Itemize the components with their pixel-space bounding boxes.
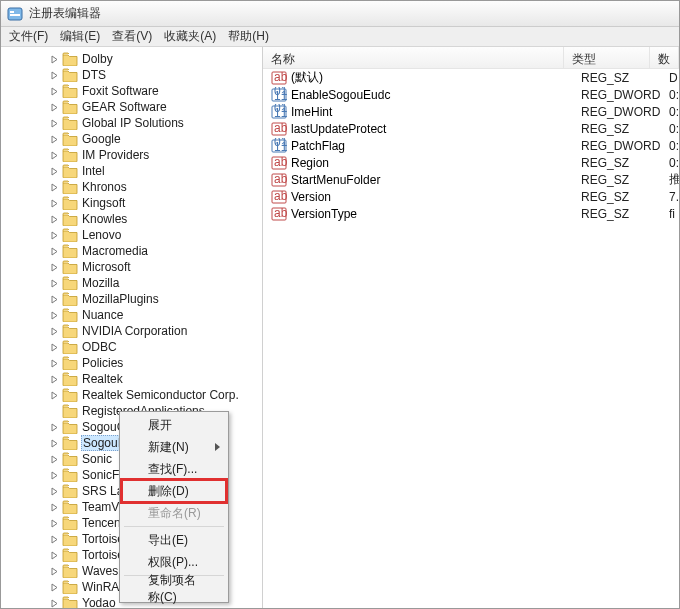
- string-value-icon: ab: [271, 172, 287, 188]
- registry-tree[interactable]: DolbyDTSFoxit SoftwareGEAR SoftwareGloba…: [1, 47, 263, 609]
- value-row[interactable]: abVersionREG_SZ7.: [263, 188, 679, 205]
- expand-icon[interactable]: [49, 294, 60, 305]
- tree-item[interactable]: Knowles: [5, 211, 262, 227]
- expand-icon[interactable]: [49, 374, 60, 385]
- expand-icon[interactable]: [49, 422, 60, 433]
- menu-file[interactable]: 文件(F): [9, 28, 48, 45]
- tree-label: Intel: [82, 164, 105, 178]
- tree-item[interactable]: Google: [5, 131, 262, 147]
- value-row[interactable]: 011110PatchFlagREG_DWORD0:: [263, 137, 679, 154]
- expand-icon[interactable]: [49, 534, 60, 545]
- tree-label: IM Providers: [82, 148, 149, 162]
- expand-icon[interactable]: [49, 118, 60, 129]
- expand-icon[interactable]: [49, 262, 60, 273]
- expand-icon[interactable]: [49, 54, 60, 65]
- folder-icon: [62, 420, 78, 434]
- expand-icon[interactable]: [49, 278, 60, 289]
- value-row[interactable]: abStartMenuFolderREG_SZ推: [263, 171, 679, 188]
- tree-item[interactable]: IM Providers: [5, 147, 262, 163]
- expand-icon[interactable]: [49, 342, 60, 353]
- value-row[interactable]: ablastUpdateProtectREG_SZ0:: [263, 120, 679, 137]
- column-type[interactable]: 类型: [564, 47, 650, 68]
- tree-item[interactable]: Kingsoft: [5, 195, 262, 211]
- tree-label: Macromedia: [82, 244, 148, 258]
- expand-icon[interactable]: [49, 550, 60, 561]
- tree-item[interactable]: Policies: [5, 355, 262, 371]
- expand-icon[interactable]: [49, 102, 60, 113]
- tree-item[interactable]: Intel: [5, 163, 262, 179]
- tree-item[interactable]: Microsoft: [5, 259, 262, 275]
- expand-icon[interactable]: [49, 134, 60, 145]
- tree-item[interactable]: GEAR Software: [5, 99, 262, 115]
- tree-label: Sonic: [82, 452, 112, 466]
- tree-item[interactable]: Realtek Semiconductor Corp.: [5, 387, 262, 403]
- expand-icon[interactable]: [49, 182, 60, 193]
- folder-icon: [62, 116, 78, 130]
- menu-separator: [124, 526, 224, 527]
- expand-icon[interactable]: [49, 326, 60, 337]
- tree-item[interactable]: ODBC: [5, 339, 262, 355]
- value-data: 0:: [661, 156, 679, 170]
- expand-icon[interactable]: [49, 470, 60, 481]
- value-row[interactable]: 011110ImeHintREG_DWORD0:: [263, 103, 679, 120]
- tree-item[interactable]: Mozilla: [5, 275, 262, 291]
- expand-icon[interactable]: [49, 198, 60, 209]
- value-row[interactable]: 011110EnableSogouEudcREG_DWORD0:: [263, 86, 679, 103]
- expand-icon[interactable]: [49, 310, 60, 321]
- folder-icon: [62, 404, 78, 418]
- menu-help[interactable]: 帮助(H): [228, 28, 269, 45]
- value-row[interactable]: ab(默认)REG_SZD: [263, 69, 679, 86]
- tree-label: Realtek: [82, 372, 123, 386]
- expand-icon[interactable]: [49, 246, 60, 257]
- menu-item[interactable]: 展开: [122, 414, 226, 436]
- expand-icon[interactable]: [49, 358, 60, 369]
- value-name: VersionType: [291, 207, 357, 221]
- expand-icon[interactable]: [49, 86, 60, 97]
- expand-icon[interactable]: [49, 150, 60, 161]
- menu-item[interactable]: 查找(F)...: [122, 458, 226, 480]
- expand-icon[interactable]: [49, 582, 60, 593]
- tree-item[interactable]: Global IP Solutions: [5, 115, 262, 131]
- tree-item[interactable]: MozillaPlugins: [5, 291, 262, 307]
- expand-icon[interactable]: [49, 230, 60, 241]
- tree-item[interactable]: Macromedia: [5, 243, 262, 259]
- tree-item[interactable]: Lenovo: [5, 227, 262, 243]
- value-type: REG_SZ: [573, 190, 661, 204]
- tree-item[interactable]: Nuance: [5, 307, 262, 323]
- tree-item[interactable]: Khronos: [5, 179, 262, 195]
- expand-icon[interactable]: [49, 166, 60, 177]
- expand-icon[interactable]: [49, 518, 60, 529]
- menu-item[interactable]: 删除(D): [122, 480, 226, 502]
- menu-item[interactable]: 权限(P)...: [122, 551, 226, 573]
- expand-icon[interactable]: [49, 566, 60, 577]
- tree-label: Microsoft: [82, 260, 131, 274]
- menu-favorites[interactable]: 收藏夹(A): [164, 28, 216, 45]
- column-name[interactable]: 名称: [263, 47, 564, 68]
- expand-icon[interactable]: [49, 390, 60, 401]
- folder-icon: [62, 196, 78, 210]
- expand-icon[interactable]: [49, 598, 60, 609]
- menu-item[interactable]: 导出(E): [122, 529, 226, 551]
- tree-label: Realtek Semiconductor Corp.: [82, 388, 239, 402]
- svg-text:ab: ab: [274, 206, 287, 220]
- menu-edit[interactable]: 编辑(E): [60, 28, 100, 45]
- tree-item[interactable]: NVIDIA Corporation: [5, 323, 262, 339]
- tree-item[interactable]: Foxit Software: [5, 83, 262, 99]
- tree-item[interactable]: Realtek: [5, 371, 262, 387]
- expand-icon[interactable]: [49, 438, 60, 449]
- expand-icon[interactable]: [49, 502, 60, 513]
- menu-view[interactable]: 查看(V): [112, 28, 152, 45]
- expand-icon[interactable]: [49, 486, 60, 497]
- value-row[interactable]: abVersionTypeREG_SZfi: [263, 205, 679, 222]
- expand-icon[interactable]: [49, 70, 60, 81]
- tree-item[interactable]: DTS: [5, 67, 262, 83]
- column-data[interactable]: 数: [650, 47, 679, 68]
- menu-item[interactable]: 新建(N): [122, 436, 226, 458]
- tree-item[interactable]: Dolby: [5, 51, 262, 67]
- expand-icon[interactable]: [49, 214, 60, 225]
- menu-item[interactable]: 复制项名称(C): [122, 578, 226, 600]
- expand-icon[interactable]: [49, 454, 60, 465]
- svg-text:ab: ab: [274, 121, 287, 135]
- tree-label: GEAR Software: [82, 100, 167, 114]
- value-row[interactable]: abRegionREG_SZ0:: [263, 154, 679, 171]
